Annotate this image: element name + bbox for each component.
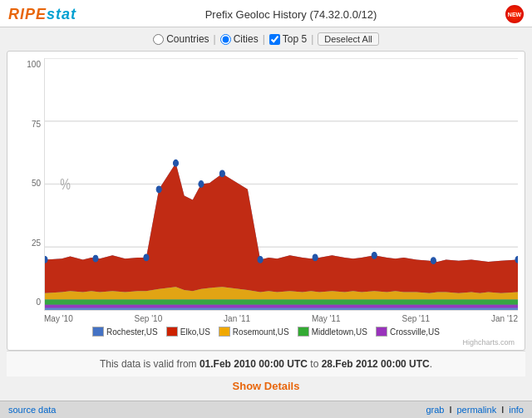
chart-container: 100 75 50 25 0	[7, 51, 525, 351]
info-text-middle: to	[308, 358, 322, 370]
dot1	[45, 257, 47, 263]
legend-rochester: Rochester,US	[92, 327, 158, 337]
footer-bar: source data grab I permalink I info	[0, 401, 532, 418]
separator2: |	[263, 33, 265, 45]
legend-color-rosemount	[219, 327, 230, 337]
chart-plot: %	[44, 58, 518, 311]
info-text-suffix: .	[430, 358, 432, 370]
chart-svg: %	[45, 58, 518, 310]
main-content: Countries | Cities | Top 5 | Deselect Al…	[0, 27, 532, 401]
footer-sep1: I	[449, 405, 451, 415]
legend-label-crossville: Crossville,US	[390, 327, 440, 337]
show-details-container: Show Details	[7, 376, 525, 396]
new-badge: NEW	[505, 5, 524, 23]
countries-radio[interactable]: Countries	[153, 33, 209, 45]
countries-label: Countries	[166, 33, 209, 45]
legend-middletown: Middletown,US	[298, 327, 367, 337]
y-label-75: 75	[32, 120, 41, 129]
y-axis: 100 75 50 25 0	[14, 58, 44, 323]
dot9	[313, 254, 318, 261]
x-label-3: Jan '11	[224, 314, 250, 323]
dot5	[173, 160, 178, 166]
legend-color-middletown	[298, 327, 309, 337]
dot7	[219, 170, 224, 177]
plot-area: % May '10 Sep '10 Jan '11 May '11 Sep '1…	[44, 58, 518, 323]
legend-label-rosemount: Rosemount,US	[233, 327, 289, 337]
info-text-prefix: This data is valid from	[100, 358, 200, 370]
dot3	[144, 254, 149, 261]
ripe-logo-highlight: RIPE	[8, 6, 47, 22]
footer-sep2: I	[501, 405, 504, 415]
footer-left: source data	[8, 405, 56, 415]
legend-label-rochester: Rochester,US	[106, 327, 158, 337]
top5-checkbox-input[interactable]	[269, 34, 280, 45]
legend-label-elko: Elko,US	[180, 327, 210, 337]
cities-label: Cities	[234, 33, 259, 45]
legend-crossville: Crossville,US	[376, 327, 440, 337]
info-link[interactable]: info	[509, 405, 524, 415]
dot8	[258, 257, 263, 263]
svg-text:%: %	[60, 175, 71, 192]
deselect-all-button[interactable]: Deselect All	[318, 32, 378, 46]
y-label-50: 50	[32, 179, 41, 188]
footer-right: grab I permalink I info	[426, 405, 524, 415]
x-label-6: Jan '12	[491, 314, 518, 323]
x-axis-labels: May '10 Sep '10 Jan '11 May '11 Sep '11 …	[44, 312, 518, 323]
info-bar: This data is valid from 01.Feb 2010 00:0…	[7, 351, 525, 376]
countries-radio-input[interactable]	[153, 34, 164, 45]
source-data-link[interactable]: source data	[8, 405, 56, 415]
dot6	[199, 181, 204, 188]
dot12	[515, 257, 518, 263]
top5-label: Top 5	[283, 33, 307, 45]
info-date-from: 01.Feb 2010 00:00 UTC	[200, 358, 308, 370]
permalink-link[interactable]: permalink	[457, 405, 497, 415]
chart-legend: Rochester,US Elko,US Rosemount,US Middle…	[14, 323, 518, 338]
x-label-2: Sep '10	[135, 314, 163, 323]
legend-color-elko	[166, 327, 178, 337]
header-bar: RIPEstat Prefix Geoloc History (74.32.0.…	[0, 0, 532, 27]
ripe-logo: RIPEstat	[8, 6, 76, 23]
x-label-4: May '11	[312, 314, 341, 323]
legend-elko: Elko,US	[166, 327, 210, 337]
middletown-area	[45, 299, 518, 304]
dot10	[372, 253, 377, 259]
x-label-1: May '10	[44, 314, 73, 323]
separator3: |	[311, 33, 313, 45]
legend-label-middletown: Middletown,US	[312, 327, 367, 337]
dot2	[93, 255, 98, 262]
top5-checkbox[interactable]: Top 5	[269, 33, 307, 45]
dot4	[156, 186, 161, 193]
cities-radio[interactable]: Cities	[220, 33, 259, 45]
crossville-area	[45, 305, 518, 308]
cities-radio-input[interactable]	[220, 34, 231, 45]
legend-rosemount: Rosemount,US	[219, 327, 289, 337]
page-wrapper: RIPEstat Prefix Geoloc History (74.32.0.…	[0, 0, 532, 418]
highcharts-credit: Highcharts.com	[14, 338, 518, 347]
separator1: |	[214, 33, 216, 45]
grab-link[interactable]: grab	[426, 405, 444, 415]
show-details-link[interactable]: Show Details	[228, 375, 305, 397]
legend-color-crossville	[376, 327, 387, 337]
dot11	[431, 258, 436, 264]
elko-area	[45, 163, 518, 293]
page-title: Prefix Geoloc History (74.32.0.0/12)	[76, 8, 505, 21]
legend-color-rochester	[92, 327, 104, 337]
y-label-0: 0	[36, 298, 41, 307]
y-label-100: 100	[27, 60, 41, 69]
controls-bar: Countries | Cities | Top 5 | Deselect Al…	[7, 32, 525, 46]
y-label-25: 25	[32, 239, 41, 248]
info-date-to: 28.Feb 2012 00:00 UTC	[322, 358, 430, 370]
x-label-5: Sep '11	[402, 314, 431, 323]
chart-area: 100 75 50 25 0	[14, 58, 518, 323]
